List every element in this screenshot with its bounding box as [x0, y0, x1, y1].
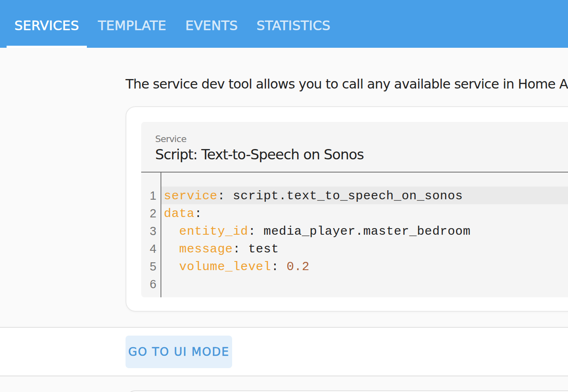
- yaml-editor[interactable]: 123456 service: script.text_to_speech_on…: [141, 173, 568, 297]
- page-description: The service dev tool allows you to call …: [126, 77, 568, 91]
- code-token-plain: [164, 260, 179, 274]
- service-select-label: Service: [155, 135, 186, 144]
- code-token-plain: : script.text_to_speech_on_sonos: [217, 189, 463, 203]
- code-line[interactable]: service: script.text_to_speech_on_sonos: [161, 187, 568, 204]
- next-card: [126, 390, 568, 392]
- code-line[interactable]: [161, 275, 568, 293]
- line-number: 4: [141, 240, 156, 257]
- editor-gutter: 123456: [141, 173, 156, 293]
- line-number: 2: [141, 204, 156, 222]
- code-line[interactable]: volume_level: 0.2: [161, 257, 568, 275]
- service-select[interactable]: Service Script: Text-to-Speech on Sonos: [141, 122, 568, 173]
- code-token-key: data: [164, 207, 195, 221]
- code-line[interactable]: entity_id: media_player.master_bedroom: [161, 222, 568, 240]
- services-page: The service dev tool allows you to call …: [0, 0, 568, 392]
- service-call-card: Service Script: Text-to-Speech on Sonos …: [126, 106, 568, 312]
- service-form-panel: Service Script: Text-to-Speech on Sonos …: [141, 122, 568, 297]
- service-select-value: Script: Text-to-Speech on Sonos: [155, 147, 364, 161]
- code-token-plain: [164, 224, 179, 238]
- line-number: 1: [141, 187, 156, 204]
- divider-bottom: [0, 376, 568, 376]
- code-token-key: message: [179, 242, 233, 256]
- code-token-plain: :: [271, 260, 286, 274]
- code-token-plain: :: [195, 207, 203, 221]
- code-token-key: service: [164, 189, 217, 203]
- line-number: 5: [141, 257, 156, 275]
- go-to-ui-mode-button[interactable]: GO TO UI MODE: [126, 336, 232, 368]
- code-token-plain: : test: [233, 242, 279, 256]
- line-number: 3: [141, 222, 156, 240]
- action-band: GO TO UI MODE: [0, 328, 568, 376]
- code-token-plain: [164, 242, 179, 256]
- line-number: 6: [141, 275, 156, 293]
- code-token-number: 0.2: [286, 260, 310, 274]
- code-line[interactable]: data:: [161, 204, 568, 222]
- editor-code-lines: service: script.text_to_speech_on_sonosd…: [161, 173, 568, 293]
- code-token-plain: : media_player.master_bedroom: [248, 224, 470, 238]
- code-token-key: volume_level: [179, 260, 271, 274]
- code-line[interactable]: message: test: [161, 240, 568, 257]
- code-token-key: entity_id: [179, 224, 248, 238]
